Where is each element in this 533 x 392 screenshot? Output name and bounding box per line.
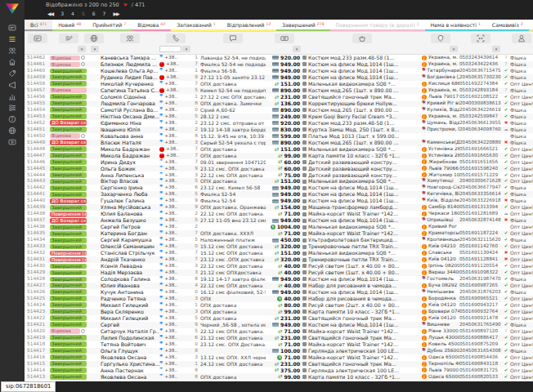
table-row[interactable]: 514417ЗавершенийОльга Глущук*+38..8100.0…	[25, 348, 533, 354]
sidebar-item-video[interactable]	[0, 136, 25, 147]
table-row[interactable]: 514457ВідмоваСапегина Татьяна С...+38..5…	[25, 87, 533, 94]
ttn-number: 0503242893184	[459, 87, 502, 94]
filter-dropdown[interactable]: ▾	[91, 46, 99, 52]
filter-dropdown[interactable]: ▾	[450, 46, 458, 52]
app-logo-icon[interactable]	[5, 2, 20, 15]
column-header-country[interactable]	[87, 32, 101, 44]
table-row[interactable]: 514422ЗавершенийМихаил Гилецкий*+38..5ОП…	[25, 315, 533, 322]
table-row[interactable]: 514413ЗавершенийЯковлева Оксана*+38..8ОП…	[25, 373, 533, 380]
table-row[interactable]: 514416ЗавершенийЯковлева Оксана*+38..313…	[25, 354, 533, 361]
page-button-3[interactable]: 3	[60, 9, 64, 18]
column-header-calls-count[interactable]	[192, 32, 200, 44]
table-row[interactable]: 514431Повернення (з..Андрій Ткаченко*+38…	[25, 256, 533, 263]
tab-Всі[interactable]: Всі471	[25, 20, 52, 31]
table-row[interactable]: 514418ЗавершенийТетяна Войтович*+38..023…	[25, 341, 533, 348]
phone-filter-input[interactable]	[159, 46, 181, 52]
column-header-manager[interactable]	[510, 32, 533, 44]
order-id: 514445	[25, 166, 50, 172]
page-button-5[interactable]: 5	[82, 9, 85, 18]
client-name: Анжела Безушко	[101, 217, 159, 224]
table-row[interactable]: 514441ЗавершенийЗахарченко Люба*+38..5Фи…	[25, 191, 533, 198]
table-row[interactable]: 514428ЗавершенийСолодкова Галина*+38..81…	[25, 276, 533, 283]
tab-Повернення товару (в дорозі)[interactable]: Повернення товару (в дорозі)0	[330, 20, 425, 31]
column-header-delivery[interactable]	[422, 32, 459, 44]
column-header-payment-sum[interactable]	[266, 32, 302, 44]
table-row[interactable]: 514462ВідмоваКаневська Тамара ...*+38..1…	[25, 55, 533, 61]
page-button-6[interactable]: 6	[92, 9, 96, 18]
table-row[interactable]: 514436ЗавершенийСергей Петров*+38..2$100…	[25, 224, 533, 230]
table-row[interactable]: 514446ЗавершенийИрина Дидух*+38..709.01 …	[25, 159, 533, 166]
table-row[interactable]: 514453ЗавершенийНікітіна Оксана Дми...*+…	[25, 114, 533, 120]
table-row[interactable]: 514452ДО Возврат ск..Єфименко Ніна*+38..…	[25, 120, 533, 127]
tab-Самовивіз[interactable]: Самовивіз2	[486, 20, 529, 31]
last-page-button[interactable]: ▶▶	[113, 9, 119, 18]
tab-Сервіси[interactable]: Сервіси0	[529, 20, 533, 31]
column-header-status[interactable]	[50, 32, 87, 44]
table-row[interactable]: 514420ВідмоваСитарчук Наталія Гр...*+38.…	[25, 328, 533, 335]
table-row[interactable]: 514454ЗавершенийСамотій Руслана Во...*+3…	[25, 107, 533, 114]
table-row[interactable]: 514430ЗавершенийКсенія Левадна*+38..322.…	[25, 263, 533, 270]
page-button-7[interactable]: 7	[103, 9, 106, 18]
table-row[interactable]: 514450ВідмоваКовальова анна*+38..815.12.…	[25, 133, 533, 140]
table-row[interactable]: 514440ДО Возврат ск..Гуцалюк Галина*+38.…	[25, 198, 533, 204]
column-header-ttn-number[interactable]	[459, 32, 502, 44]
table-row[interactable]: 514460ЗавершенийКошелева Ольга Ар...*+38…	[25, 68, 533, 74]
favorites-filter-icon[interactable]: ♥	[123, 2, 128, 7]
table-row[interactable]: 514424ЗавершенийМихаил Гилецкий*+38..1ОП…	[25, 302, 533, 309]
table-row[interactable]: 514455ЗавершенийЛюдмила Гончарова*+38..8…	[25, 100, 533, 107]
table-row[interactable]: 514435ЗавершенийКатерина Богдан*+38..7ОП…	[25, 230, 533, 237]
phone-cell: *+38..	[159, 198, 192, 204]
table-row[interactable]: 514451ЗавершенийІващенко Юлія*+38..219.1…	[25, 127, 533, 133]
filter-dropdown[interactable]: ▾	[492, 46, 500, 52]
column-header-comment[interactable]	[200, 32, 266, 44]
table-row[interactable]: 514427ЗавершенийЮлия Иванова*+38..422.12…	[25, 283, 533, 289]
table-row[interactable]: 514432Повернення (з..Станіслав Стрільчук…	[25, 250, 533, 256]
table-row[interactable]: 514434ЗавершенийСергей Карамушка*+38..5Н…	[25, 237, 533, 243]
table-row[interactable]: 514447ЗавершенийМикола Бадражан+38..7ОПХ…	[25, 153, 533, 159]
table-row[interactable]: 514439ЗавершенийУляна Мусійовська*+38..9…	[25, 204, 533, 211]
page-button-4[interactable]: 4	[71, 9, 74, 18]
calls-count: 3	[192, 270, 200, 276]
table-row[interactable]: 514429ЗавершенийНадія Мерзаєва*+38..321.…	[25, 270, 533, 276]
column-header-client-name[interactable]	[101, 32, 159, 44]
tab-Відправлений[interactable]: Відправлений12	[222, 20, 276, 31]
table-row[interactable]: 514456ЗавершенийСоломія Сідоніна*+38..12…	[25, 94, 533, 100]
table-row[interactable]: 514444ЗавершенийАнна Липенська*+38..322.…	[25, 172, 533, 178]
table-row[interactable]: 514445ЗавершенийОльга Божик*+38..923.12 …	[25, 165, 533, 172]
tab-Завершений[interactable]: Завершений278	[276, 20, 329, 31]
tab-Прийнятий[interactable]: Прийнятий7	[87, 20, 132, 31]
table-row[interactable]: 514421ЗавершенийСергей*+38..9Чорний ,56-…	[25, 322, 533, 328]
delivery-address: Куликів, Відділе...	[427, 107, 459, 114]
table-row[interactable]: 514459ЗавершенийРуденко Лидия Пав...+38.…	[25, 74, 533, 81]
table-row[interactable]: 514448ЗавершенийМикола Бадражан+38..7ОПХ…	[25, 146, 533, 153]
table-row[interactable]: 514425ЗавершенийРадченко Тетяна*+38..3ОП…	[25, 296, 533, 302]
column-header-order-id[interactable]	[25, 32, 50, 44]
table-row[interactable]: 514419ЗавершенийЛилия Подолинская*+38..6…	[25, 335, 533, 341]
table-row[interactable]: 514423ЗавершенийВера Скляренко*+38..3ОПХ…	[25, 309, 533, 315]
tab-Запакований[interactable]: Запакований1	[171, 20, 222, 31]
filter-dropdown[interactable]: ▾	[293, 46, 301, 52]
table-row[interactable]: 514438Повернення (з..Юлия Баланова*+38..…	[25, 211, 533, 217]
table-row[interactable]: 514458ЗавершенийНиколай Кучеренко*+38..7…	[25, 81, 533, 87]
tab-Нема в наявності[interactable]: Нема в наявності1	[425, 20, 486, 31]
column-header-products[interactable]	[302, 32, 422, 44]
payment-cell: ⇄60.00	[266, 159, 302, 166]
table-row[interactable]: 514414ЗавершенийАнна Пастернак*+38..8⇄37…	[25, 368, 533, 374]
order-comment: Серый 52-54 уехала с города	[200, 140, 266, 146]
table-row[interactable]: 514449ДО Возврат ск..Власюк Наталя*+38..…	[25, 140, 533, 146]
table-row[interactable]: 514433ЗавершенийОлексій Семанишин*+38..0…	[25, 243, 533, 250]
table-row[interactable]: 514426ЗавершенийКучук Антонина*+38..016.…	[25, 289, 533, 296]
tab-Новий[interactable]: Новий48	[52, 20, 87, 31]
calls-count: 0	[192, 107, 200, 114]
tab-Відмова[interactable]: Відмова42	[132, 20, 171, 31]
column-header-ttn-status[interactable]	[502, 32, 510, 44]
table-row[interactable]: 514442ЗавершенийСергієнко Ірина*+38..623…	[25, 185, 533, 191]
table-row[interactable]: 514461ВідмоваБлизнюк Людмила ...+38..7Фи…	[25, 61, 533, 68]
column-header-phone[interactable]	[159, 32, 192, 44]
table-row[interactable]: 514415ЗавершенийГоргулько Христина...*+3…	[25, 361, 533, 368]
table-row[interactable]: 514437ДО Возврат ск..Анжела Безушко*+38.…	[25, 217, 533, 224]
first-page-button[interactable]: ◀◀	[47, 9, 53, 18]
table-row[interactable]: 514443ЗавершенийВіктор Власов*+38..5ОПХ …	[25, 178, 533, 185]
filter-dropdown[interactable]: ▾	[182, 46, 190, 52]
filter-dropdown[interactable]: ▾	[78, 46, 86, 52]
